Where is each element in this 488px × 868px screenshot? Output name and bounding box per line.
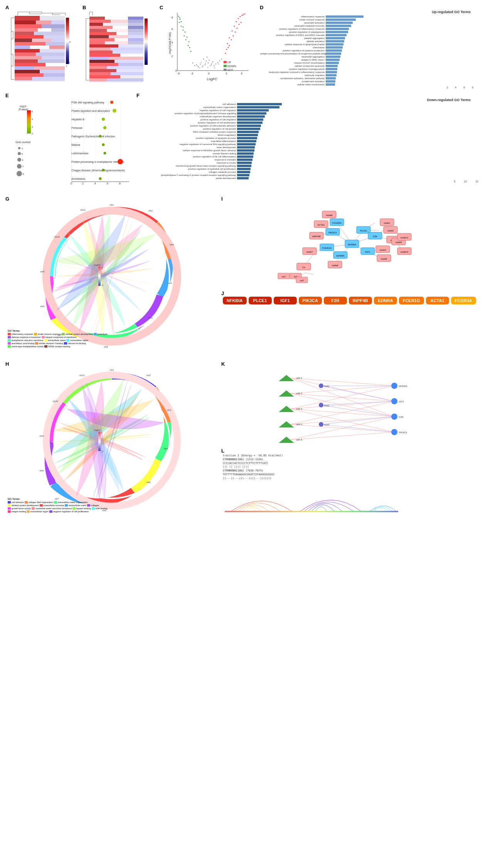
svg-text:chr4: chr4: [164, 448, 168, 450]
svg-line-350: [290, 401, 394, 424]
svg-point-157: [188, 41, 190, 42]
bar-fill: [237, 165, 251, 167]
bar-label: platelet activation: [260, 40, 326, 42]
svg-rect-18: [15, 42, 45, 46]
row3-right: I: [220, 195, 484, 357]
svg-rect-92: [107, 78, 143, 81]
svg-rect-1: [15, 16, 40, 20]
svg-text:8: 8: [172, 16, 173, 19]
panel-a-label: A: [5, 5, 9, 10]
svg-point-159: [183, 30, 184, 31]
svg-rect-28: [42, 56, 65, 59]
svg-point-372: [319, 422, 323, 427]
svg-text:node1: node1: [384, 222, 390, 224]
svg-rect-78: [109, 57, 143, 60]
bar-label: phospholipase C-activating G-protein cou…: [137, 174, 237, 176]
gene-box: NFKBIA: [223, 297, 247, 304]
svg-point-115: [214, 65, 214, 66]
svg-rect-72: [111, 47, 143, 51]
svg-rect-56: [128, 29, 143, 32]
svg-point-223: [17, 164, 22, 169]
bar-label: leukocyte migration involved in inflamma…: [260, 71, 326, 73]
bar-fill: [326, 22, 353, 24]
svg-point-136: [231, 39, 232, 41]
svg-rect-74: [113, 51, 143, 54]
svg-rect-43: [105, 17, 128, 20]
svg-text:F2R: F2R: [399, 416, 404, 418]
bar-label: positive regulation of cell-substrate ad…: [137, 125, 237, 127]
svg-point-108: [211, 64, 212, 65]
svg-rect-22: [49, 46, 65, 49]
svg-point-126: [205, 63, 206, 64]
svg-text:Gene number: Gene number: [15, 141, 31, 144]
svg-text:DOWN: DOWN: [227, 65, 236, 68]
svg-rect-336: [98, 432, 101, 451]
gene-box: FCGR3A: [451, 297, 476, 304]
bar-item: osteoblast differentiation: [137, 140, 482, 142]
svg-rect-55: [107, 29, 128, 32]
svg-point-206: [118, 159, 123, 164]
svg-rect-4: [36, 20, 51, 24]
svg-point-200: [113, 109, 116, 113]
svg-point-149: [242, 15, 243, 16]
svg-point-110: [203, 59, 204, 59]
bar-fill: [237, 103, 282, 105]
bar-fill: [237, 174, 249, 176]
svg-text:6: 6: [107, 182, 108, 185]
svg-text:3: 3: [32, 126, 33, 128]
bar-item: positive regulation of inflammatory resp…: [260, 27, 482, 30]
svg-point-208: [99, 177, 102, 180]
bar-fill: [237, 152, 254, 155]
bar-fill: [237, 134, 258, 136]
svg-point-203: [99, 135, 102, 138]
svg-rect-73: [89, 51, 113, 54]
svg-rect-76: [120, 54, 143, 57]
svg-point-128: [212, 63, 212, 64]
bar-fill: [237, 168, 251, 170]
bar-fill: [237, 106, 279, 108]
svg-point-370: [319, 383, 323, 388]
svg-rect-68: [128, 41, 143, 44]
svg-text:IGF1: IGF1: [365, 251, 370, 253]
svg-rect-36: [40, 70, 65, 73]
bar-item: phospholipase C-activating G-protein cou…: [137, 174, 482, 176]
svg-text:0: 0: [175, 69, 177, 72]
svg-point-135: [229, 45, 230, 46]
svg-point-156: [185, 39, 187, 41]
svg-point-141: [239, 24, 240, 25]
svg-point-221: [17, 158, 21, 162]
svg-text:logFC: logFC: [94, 264, 101, 266]
svg-text:4: 4: [32, 118, 33, 120]
svg-rect-3: [15, 20, 36, 24]
svg-text:FCER1G: FCER1G: [322, 247, 332, 249]
svg-rect-91: [89, 78, 107, 81]
svg-text:6: 6: [22, 159, 24, 161]
svg-point-165: [183, 27, 184, 28]
bar-fill: [237, 155, 253, 158]
svg-text:-log10: -log10: [19, 105, 26, 108]
bar-label: extracellular matrix organization: [137, 106, 237, 108]
svg-text:ACTA1: ACTA1: [318, 224, 325, 226]
bar-item: palate development: [137, 177, 482, 179]
bar-item: collagen catabolic process: [137, 171, 482, 173]
svg-text:-6: -6: [177, 72, 180, 75]
svg-point-371: [319, 403, 323, 407]
row2: E PI3K-Akt signaling pathway Protein dig…: [4, 92, 484, 192]
bar-item: histone H3-K27 trimethylation: [260, 61, 482, 64]
svg-text:EDNRA: EDNRA: [336, 255, 344, 257]
svg-rect-81: [89, 63, 118, 66]
bar-item: transforming growth factor beta receptor…: [137, 164, 482, 167]
panel-d-title: Up-regulated GO Terms: [260, 10, 471, 14]
svg-point-169: [189, 47, 190, 48]
svg-text:chr2: chr2: [146, 374, 151, 377]
svg-text:node7: node7: [306, 251, 313, 253]
panel-d-label: D: [260, 5, 263, 10]
bar-fill: [326, 68, 337, 70]
ppi-network-svg: NFKBIA PIK3CA PLCE1 F2R IGF1: [222, 201, 482, 286]
svg-line-343: [290, 386, 394, 393]
svg-rect-82: [118, 63, 143, 66]
l-text3: CCCCACCACTCCCCTCTTTCTTTTCATC: [223, 462, 481, 466]
svg-rect-42: [89, 17, 105, 20]
bar-fill: [326, 43, 343, 46]
svg-point-111: [209, 60, 210, 61]
